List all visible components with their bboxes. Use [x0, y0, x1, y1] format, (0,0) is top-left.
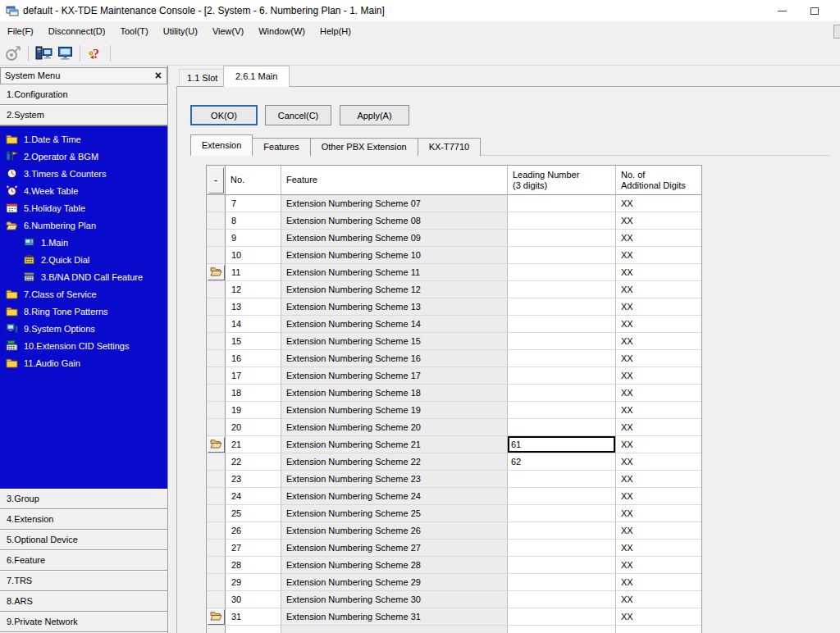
sidebar-section-9-private-network[interactable]: 9.Private Network: [0, 612, 167, 632]
tab-1-1-slot[interactable]: 1.1 Slot: [179, 69, 226, 86]
apply-button[interactable]: Apply(A): [340, 105, 409, 125]
additional-digits-cell[interactable]: XX: [616, 505, 701, 522]
additional-digits-cell[interactable]: XX: [616, 367, 701, 385]
monitor-icon[interactable]: [54, 43, 75, 64]
tree-item-2-quick-dial[interactable]: 2.Quick Dial: [0, 251, 167, 268]
maximize-button[interactable]: [802, 0, 827, 21]
additional-digits-cell[interactable]: XX: [616, 212, 701, 230]
leading-number-cell[interactable]: [508, 264, 616, 281]
additional-digits-cell[interactable]: XX: [616, 281, 701, 298]
additional-digits-cell[interactable]: XX: [616, 471, 701, 488]
leading-number-cell[interactable]: [508, 230, 616, 247]
tree-item-6-numbering-plan[interactable]: 6.Numbering Plan: [0, 216, 167, 234]
leading-number-cell[interactable]: [508, 557, 616, 574]
leading-number-cell[interactable]: [508, 212, 616, 230]
menu-window-w[interactable]: Window(W): [251, 21, 313, 41]
leading-number-cell[interactable]: [508, 608, 616, 626]
leading-number-cell[interactable]: [508, 195, 616, 212]
close-icon[interactable]: ×: [155, 68, 162, 84]
leading-number-cell[interactable]: 62: [508, 453, 616, 471]
subtab-features[interactable]: Features: [252, 138, 310, 156]
additional-digits-cell[interactable]: XX: [616, 453, 701, 471]
pc-console-icon[interactable]: [33, 43, 54, 64]
menu-tool-t[interactable]: Tool(T): [112, 21, 155, 41]
additional-digits-cell[interactable]: XX: [616, 264, 701, 281]
additional-digits-cell[interactable]: XX: [616, 316, 701, 333]
additional-digits-cell[interactable]: XX: [616, 522, 701, 540]
additional-digits-cell[interactable]: XX: [616, 557, 701, 574]
additional-digits-cell[interactable]: XX: [616, 419, 701, 436]
open-folder-button[interactable]: [208, 609, 225, 625]
additional-digits-cell[interactable]: XX: [616, 333, 701, 350]
sidebar-section-8-ars[interactable]: 8.ARS: [0, 591, 167, 612]
cancel-button[interactable]: Cancel(C): [265, 105, 331, 125]
additional-digits-cell[interactable]: XX: [616, 591, 701, 608]
sidebar-section-6-feature[interactable]: 6.Feature: [0, 550, 167, 571]
leading-number-cell[interactable]: [508, 505, 616, 522]
subtab-kx-t7710[interactable]: KX-T7710: [418, 138, 482, 156]
leading-number-cell[interactable]: 61: [508, 436, 616, 453]
menu-help-h[interactable]: Help(H): [313, 21, 358, 41]
additional-digits-cell[interactable]: XX: [616, 574, 701, 591]
additional-digits-cell[interactable]: XX: [616, 402, 701, 419]
open-folder-button[interactable]: [208, 437, 225, 453]
additional-digits-cell[interactable]: XX: [616, 385, 701, 402]
additional-digits-cell[interactable]: XX: [616, 247, 701, 264]
sidebar-section-5-optional-device[interactable]: 5.Optional Device: [0, 530, 167, 550]
additional-digits-cell[interactable]: XX: [616, 436, 701, 453]
additional-digits-cell[interactable]: XX: [616, 350, 701, 367]
leading-number-cell[interactable]: [508, 540, 616, 557]
help-icon[interactable]: ?: [84, 43, 106, 64]
menu-file-f[interactable]: File(F): [0, 21, 41, 41]
leading-number-cell[interactable]: [508, 333, 616, 350]
additional-digits-cell[interactable]: XX: [616, 195, 701, 212]
sidebar-section-4-extension[interactable]: 4.Extension: [0, 509, 167, 530]
tree-item-3-timers-counters[interactable]: 3.Timers & Counters: [0, 165, 167, 182]
leading-number-cell[interactable]: [508, 591, 616, 608]
collapse-column-button[interactable]: -: [208, 167, 224, 194]
additional-digits-cell[interactable]: XX: [616, 230, 701, 247]
additional-digits-cell[interactable]: XX: [616, 540, 701, 557]
sidebar-section-system[interactable]: 2.System: [0, 105, 167, 125]
leading-number-cell[interactable]: [508, 316, 616, 333]
tree-item-1-date-time[interactable]: 1.Date & Time: [0, 130, 167, 148]
tree-item-4-week-table[interactable]: 4.Week Table: [0, 182, 167, 199]
leading-number-cell[interactable]: [508, 247, 616, 264]
tree-item-1-main[interactable]: 1.Main: [0, 234, 167, 251]
tree-item-3-b-na-dnd-call-feature[interactable]: 3.B/NA DND Call Feature: [0, 268, 167, 285]
menu-utility-u[interactable]: Utility(U): [156, 21, 205, 41]
leading-number-cell[interactable]: [508, 488, 616, 505]
menu-view-v[interactable]: View(V): [205, 21, 251, 41]
tree-item-10-extension-cid-settings[interactable]: 10.Extension CID Settings: [0, 337, 167, 354]
ok-button[interactable]: OK(O): [190, 105, 258, 125]
minimize-button[interactable]: [769, 0, 794, 21]
open-folder-button[interactable]: [208, 265, 225, 280]
tree-item-5-holiday-table[interactable]: 5.Holiday Table: [0, 199, 167, 216]
sidebar-section-7-trs[interactable]: 7.TRS: [0, 571, 167, 591]
leading-number-cell[interactable]: [508, 385, 616, 402]
leading-number-cell[interactable]: [508, 471, 616, 488]
connect-target-icon[interactable]: [2, 43, 24, 64]
leading-number-cell[interactable]: [508, 350, 616, 367]
leading-number-cell[interactable]: [508, 402, 616, 419]
tree-item-2-operator-bgm[interactable]: 2.Operator & BGM: [0, 148, 167, 165]
leading-number-cell[interactable]: [508, 574, 616, 591]
subtab-extension[interactable]: Extension: [190, 134, 253, 156]
tree-item-8-ring-tone-patterns[interactable]: 8.Ring Tone Patterns: [0, 303, 167, 320]
tab-2-6-1-main[interactable]: 2.6.1 Main: [223, 66, 290, 87]
tree-item-11-audio-gain[interactable]: 11.Audio Gain: [0, 354, 167, 371]
leading-number-cell[interactable]: [508, 419, 616, 436]
tree-item-9-system-options[interactable]: 9.System Options: [0, 320, 167, 337]
additional-digits-cell[interactable]: XX: [616, 488, 701, 505]
menu-disconnect-d[interactable]: Disconnect(D): [41, 21, 113, 41]
leading-number-cell[interactable]: [508, 281, 616, 298]
subtab-other-pbx-extension[interactable]: Other PBX Extension: [310, 138, 418, 156]
leading-number-cell[interactable]: [508, 522, 616, 540]
sidebar-section-configuration[interactable]: 1.Configuration: [0, 84, 167, 105]
tree-item-7-class-of-service[interactable]: 7.Class of Service: [0, 285, 167, 303]
leading-number-cell[interactable]: [508, 367, 616, 385]
additional-digits-cell[interactable]: XX: [616, 608, 701, 626]
additional-digits-cell[interactable]: XX: [616, 298, 701, 316]
leading-number-cell[interactable]: [508, 298, 616, 316]
sidebar-section-3-group[interactable]: 3.Group: [0, 489, 167, 509]
